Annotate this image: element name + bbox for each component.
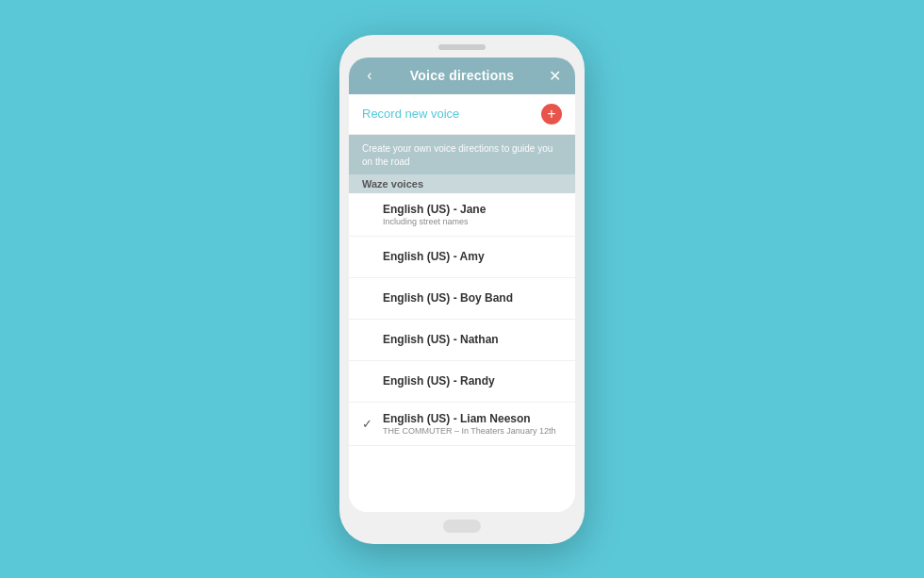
home-button[interactable] — [443, 520, 481, 533]
voice-info: English (US) - Liam NeesonTHE COMMUTER –… — [383, 412, 562, 436]
plus-icon: + — [547, 107, 555, 122]
voice-name: English (US) - Randy — [383, 374, 562, 388]
description-text: Create your own voice directions to guid… — [362, 142, 562, 169]
voice-name: English (US) - Nathan — [383, 333, 562, 346]
voice-list-item[interactable]: English (US) - JaneIncluding street name… — [349, 193, 575, 237]
description-section: Create your own voice directions to guid… — [349, 135, 575, 193]
voice-info: English (US) - JaneIncluding street name… — [383, 203, 562, 226]
voice-list-item[interactable]: English (US) - Boy Band — [349, 278, 575, 320]
close-icon[interactable]: ✕ — [545, 67, 564, 85]
waze-voices-header: Waze voices — [349, 174, 575, 193]
voice-info: English (US) - Amy — [383, 250, 562, 263]
back-icon[interactable]: ‹ — [360, 67, 379, 84]
voice-name: English (US) - Amy — [383, 250, 562, 263]
record-new-voice-label: Record new voice — [362, 107, 459, 121]
voice-list-item[interactable]: ✓English (US) - Liam NeesonTHE COMMUTER … — [349, 403, 575, 446]
voice-list-item[interactable]: English (US) - Nathan — [349, 320, 575, 361]
voice-name: English (US) - Liam Neeson — [383, 412, 562, 425]
voice-subtitle: THE COMMUTER – In Theaters January 12th — [383, 426, 562, 436]
app-header: ‹ Voice directions ✕ — [349, 58, 575, 94]
voice-info: English (US) - Nathan — [383, 333, 562, 346]
voice-info: English (US) - Boy Band — [383, 291, 562, 305]
voice-list-item[interactable]: English (US) - Randy — [349, 361, 575, 403]
phone-device: ‹ Voice directions ✕ Record new voice + … — [339, 35, 585, 544]
voice-check-icon: ✓ — [362, 417, 377, 431]
voice-list: English (US) - JaneIncluding street name… — [349, 193, 575, 512]
header-title: Voice directions — [410, 68, 514, 83]
voice-name: English (US) - Jane — [383, 203, 562, 216]
phone-screen: ‹ Voice directions ✕ Record new voice + … — [349, 58, 575, 512]
voice-list-item[interactable]: English (US) - Amy — [349, 237, 575, 278]
voice-name: English (US) - Boy Band — [383, 291, 562, 305]
voice-subtitle: Including street names — [383, 217, 562, 226]
add-voice-button[interactable]: + — [541, 104, 562, 124]
voice-info: English (US) - Randy — [383, 374, 562, 388]
phone-speaker — [438, 44, 486, 50]
record-new-voice-row[interactable]: Record new voice + — [349, 94, 575, 135]
